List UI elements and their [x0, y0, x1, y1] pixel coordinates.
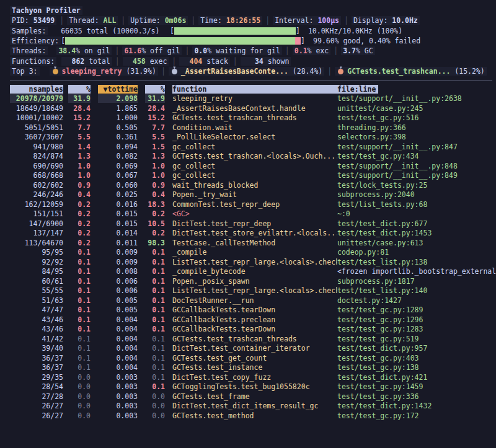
cell-cumulative-pct: 0.1 [145, 286, 165, 295]
table-row[interactable]: 26/270.00.0030.0DictTest.test_dict_items… [10, 402, 496, 411]
info-item: Time: 18:26:55 [198, 16, 262, 25]
column-header-function[interactable]: function [172, 85, 337, 94]
cell-function: gc_collect [172, 162, 337, 170]
cell-nsamples: 60/61 [10, 277, 63, 286]
table-row[interactable]: 28/540.00.0030.1GCTogglingTests.test_bug… [10, 382, 496, 392]
cell-tottime: 0.011 [98, 239, 138, 247]
column-header-file-line[interactable]: file:line [337, 85, 378, 94]
table-row[interactable]: 51/630.10.0050.1DocTestRunner.__rundocte… [10, 296, 496, 305]
table-row[interactable]: 5051/50517.70.5057.7Condition.waitthread… [10, 123, 496, 133]
cell-function: DocTestRunner.__run [172, 296, 337, 305]
cell-file-line: unittest/case.py:613 [337, 239, 496, 247]
table-row[interactable]: 95/950.10.0090.1_compilecodeop.py:81 [10, 248, 496, 258]
table-row[interactable]: 246/2460.40.0250.4Popen._try_waitsubproc… [10, 190, 496, 200]
column-header-nsamples[interactable]: nsamples [10, 85, 63, 94]
cell-nsamples: 941/980 [10, 143, 63, 151]
column-header-cumulative-pct[interactable]: % [145, 85, 165, 94]
table-row[interactable]: 18649/1864928.41.86528.4_AssertRaisesBas… [10, 103, 496, 113]
top3-entries: sleeping_retry (31.9%)│_AssertRaisesBase… [50, 67, 487, 76]
cell-cumulative-pct: 7.7 [145, 123, 165, 132]
cell-cumulative-pct: 0.1 [145, 315, 165, 324]
cell-tottime: 0.009 [98, 248, 138, 257]
table-row[interactable]: 10001/1000215.21.00015.2GCTests.test_tra… [10, 113, 496, 123]
table-row[interactable]: 151/1510.20.0150.2<GC>~:0 [10, 209, 496, 219]
cell-function: ListTest.test_repr_large.<locals>.check [172, 258, 337, 266]
table-row[interactable]: 162/120590.20.01618.3CommonTest.test_rep… [10, 200, 496, 209]
table-row[interactable]: 36/370.10.0040.1GCTests.test_instancetes… [10, 363, 496, 373]
table-row[interactable]: 602/6020.90.0600.9wait_threads_blockedte… [10, 180, 496, 190]
info-item-label: PID: [12, 16, 33, 25]
table-row[interactable]: 29/350.00.0030.1DictTest.test_copy_fuzzt… [10, 372, 496, 382]
table-row[interactable]: 20978/2097931.92.09831.9sleeping_retryte… [10, 94, 496, 104]
column-header-tottime-sorted[interactable]: ▼tottime [98, 85, 138, 94]
table-row[interactable]: 36/370.10.0040.1GCTests.test_get_countte… [10, 353, 496, 363]
top3-entry-name: GCTests.test_trashcan... [347, 67, 450, 76]
cell-cumulative-pct: 28.4 [145, 104, 165, 113]
cell-direct-pct: 15.2 [68, 113, 91, 122]
cell-file-line: test/test_list.py:138 [337, 258, 496, 266]
cell-file-line: test/test_dict.py:957 [337, 344, 496, 353]
cell-function: GCTests.test_get_count [172, 354, 337, 362]
cell-direct-pct: 0.0 [68, 392, 91, 401]
table-row[interactable]: 84/950.10.0080.1_compile_bytecode<frozen… [10, 267, 496, 277]
table-row[interactable]: 113/646700.20.01198.3TestCase._callTestM… [10, 238, 496, 248]
efficiency-bar-good [65, 37, 295, 45]
separator: │ [182, 46, 192, 55]
cell-file-line: test/test_gc.py:1283 [337, 325, 496, 333]
table-row[interactable]: 26/270.00.0030.0GCTests.test_methodtest/… [10, 411, 496, 421]
threads-items: 38.4% on gil│61.6% off gil│0.0% waiting … [56, 46, 374, 55]
table-row[interactable]: 60/610.10.0060.1Popen._posix_spawnsubpro… [10, 276, 496, 286]
cell-file-line: test/test_dict.py:677 [337, 219, 496, 228]
table-row[interactable]: 3607/36075.50.3615.5_PollLikeSelector.se… [10, 133, 496, 143]
cell-tottime: 0.004 [98, 325, 138, 333]
samples-bar-close-bracket: ] [296, 27, 300, 35]
table-row[interactable]: 43/460.10.0040.1GCCallbackTests.tearDown… [10, 325, 496, 335]
cell-cumulative-pct: 0.0 [145, 392, 165, 401]
table-row[interactable]: 39/400.10.0040.1DictTest.test_container_… [10, 344, 496, 354]
table-row[interactable]: 92/920.10.0090.1ListTest.test_repr_large… [10, 257, 496, 267]
cell-cumulative-pct: 0.1 [145, 267, 165, 276]
table-row[interactable]: 27/280.00.0030.0GCTests.test_frametest/t… [10, 392, 496, 402]
top3-entry-pct: (28.4%) [288, 67, 322, 76]
cell-tottime: 0.008 [98, 267, 138, 276]
cell-function: _AssertRaisesBaseContext.handle [172, 104, 337, 113]
cell-nsamples: 39/40 [10, 344, 63, 353]
table-row[interactable]: 668/6681.00.0671.0gc_collecttest/support… [10, 171, 496, 181]
cell-cumulative-pct: 0.1 [145, 344, 165, 353]
cell-tottime: 0.067 [98, 171, 138, 180]
samples-total-text: 66035 total (10000.3/s) [61, 27, 159, 35]
column-header-direct-pct[interactable]: % [68, 85, 91, 94]
cell-nsamples: 5051/5051 [10, 123, 63, 132]
info-item-value: 10.0Hz [392, 16, 418, 25]
cell-cumulative-pct: 0.1 [145, 335, 165, 343]
function-stat: 458 exec [123, 57, 169, 66]
table-row[interactable]: 690/6901.00.0691.0gc_collecttest/support… [10, 161, 496, 171]
info-item: Thread: ALL [67, 16, 118, 25]
info-item-value: 100µs [317, 16, 339, 25]
cell-cumulative-pct: 0.1 [145, 305, 165, 314]
top3-entry[interactable]: GCTests.test_trashcan... (15.2%) [335, 67, 487, 76]
table-row[interactable]: 941/9801.40.0941.5gc_collecttest/support… [10, 142, 496, 152]
cell-direct-pct: 0.1 [68, 325, 91, 333]
threads-label: Threads: [10, 46, 48, 55]
table-row[interactable]: 824/8741.30.0821.3GCTests.test_trashcan.… [10, 152, 496, 162]
top3-entry[interactable]: sleeping_retry (31.9%) [50, 67, 158, 76]
cell-tottime: 0.004 [98, 335, 138, 343]
table-row[interactable]: 137/1470.20.0140.2DictTest.test_store_ev… [10, 229, 496, 239]
cell-tottime: 0.014 [98, 229, 138, 237]
cell-nsamples: 113/64670 [10, 239, 63, 247]
table-row[interactable]: 147/69000.20.01510.5DictTest.test_repr_d… [10, 219, 496, 229]
samples-bar-fill [174, 27, 296, 35]
thread-stat-value: 0.1 [294, 46, 308, 55]
separator: │ [262, 16, 273, 25]
cell-function: GCTests.test_trashcan_threads [172, 335, 337, 343]
table-row[interactable]: 43/460.10.0040.1GCCallbackTests.preclean… [10, 315, 496, 325]
cell-tottime: 1.000 [98, 113, 138, 122]
cell-direct-pct: 0.2 [68, 239, 91, 247]
top3-entry[interactable]: _AssertRaisesBaseConte... (28.4%) [169, 67, 324, 76]
separator: │ [188, 16, 198, 25]
table-row[interactable]: 55/550.10.0060.1ListTest.test_repr_large… [10, 286, 496, 296]
cell-direct-pct: 0.1 [68, 248, 91, 257]
table-row[interactable]: 41/420.10.0040.1GCTests.test_trashcan_th… [10, 334, 496, 344]
table-row[interactable]: 47/470.10.0050.1GCCallbackTests.tearDown… [10, 305, 496, 315]
